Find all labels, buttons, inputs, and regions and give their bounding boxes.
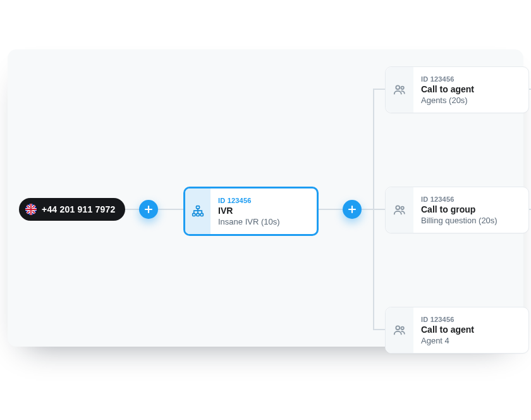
svg-rect-5 bbox=[197, 206, 200, 209]
ivr-node[interactable]: ID 123456 IVR Insane IVR (10s) bbox=[183, 187, 319, 236]
target-icon-tile bbox=[386, 187, 413, 233]
people-icon bbox=[393, 203, 406, 217]
svg-point-12 bbox=[401, 207, 403, 209]
target-id: ID 123456 bbox=[421, 316, 474, 323]
ivr-tree-icon bbox=[192, 205, 204, 218]
connector bbox=[316, 209, 344, 210]
call-flow-canvas: +44 201 911 7972 ID 123456 IVR bbox=[0, 0, 531, 420]
ivr-subtitle: Insane IVR (10s) bbox=[218, 217, 280, 226]
svg-rect-7 bbox=[197, 213, 199, 216]
svg-point-14 bbox=[401, 327, 403, 330]
target-body: ID 123456 Call to group Billing question… bbox=[413, 187, 505, 233]
target-subtitle: Agents (20s) bbox=[421, 96, 474, 105]
svg-point-13 bbox=[396, 326, 400, 330]
target-icon-tile bbox=[386, 307, 413, 353]
target-body: ID 123456 Call to agent Agent 4 bbox=[413, 307, 482, 353]
ivr-body: ID 123456 IVR Insane IVR (10s) bbox=[211, 188, 288, 234]
svg-rect-4 bbox=[25, 209, 37, 210]
people-icon bbox=[393, 83, 406, 97]
target-body: ID 123456 Call to agent Agents (20s) bbox=[413, 67, 482, 113]
connector bbox=[362, 209, 374, 210]
ivr-title: IVR bbox=[218, 206, 280, 216]
svg-rect-6 bbox=[193, 213, 195, 216]
target-node-agent[interactable]: ID 123456 Call to agent Agents (20s) bbox=[385, 66, 529, 113]
connector bbox=[373, 209, 386, 210]
svg-rect-8 bbox=[200, 213, 203, 216]
phone-number-label: +44 201 911 7972 bbox=[42, 204, 115, 214]
target-node-group[interactable]: ID 123456 Call to group Billing question… bbox=[385, 187, 529, 233]
plus-icon bbox=[143, 204, 154, 214]
add-step-button[interactable] bbox=[139, 200, 158, 219]
target-title: Call to agent bbox=[421, 324, 474, 335]
ivr-icon-tile bbox=[185, 188, 211, 234]
target-title: Call to group bbox=[421, 204, 497, 214]
plus-icon bbox=[347, 204, 357, 214]
connector bbox=[373, 89, 386, 90]
flow-panel: +44 201 911 7972 ID 123456 IVR bbox=[8, 49, 523, 347]
target-subtitle: Agent 4 bbox=[421, 336, 474, 345]
svg-point-9 bbox=[396, 85, 400, 89]
connector bbox=[373, 329, 386, 330]
ivr-id: ID 123456 bbox=[218, 197, 280, 204]
target-subtitle: Billing question (20s) bbox=[421, 216, 497, 225]
svg-point-10 bbox=[401, 87, 403, 89]
people-icon bbox=[393, 323, 406, 337]
connector bbox=[158, 209, 185, 210]
svg-point-11 bbox=[396, 206, 400, 209]
uk-flag-icon bbox=[25, 204, 37, 215]
target-title: Call to agent bbox=[421, 84, 474, 94]
add-step-button[interactable] bbox=[343, 200, 362, 219]
target-node-agent[interactable]: ID 123456 Call to agent Agent 4 bbox=[385, 307, 529, 354]
target-icon-tile bbox=[386, 67, 413, 113]
target-id: ID 123456 bbox=[421, 75, 474, 83]
target-id: ID 123456 bbox=[421, 195, 497, 203]
phone-number-node[interactable]: +44 201 911 7972 bbox=[19, 198, 125, 221]
